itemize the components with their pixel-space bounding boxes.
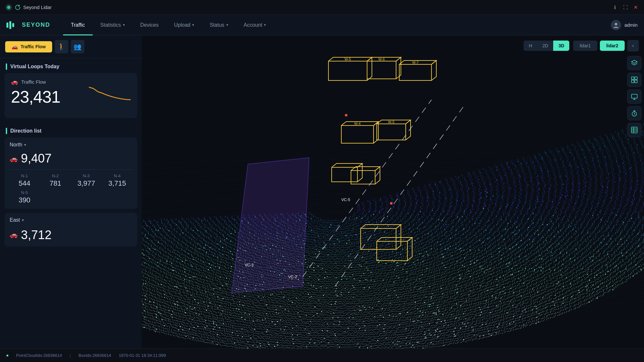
nav-item-status[interactable]: Status ▾ [202, 15, 236, 35]
car-icon: 🚗 [12, 44, 18, 50]
nav-item-statistics[interactable]: Statistics ▾ [93, 15, 133, 35]
close-button[interactable]: ✕ [632, 4, 639, 11]
layers-icon [631, 60, 638, 67]
app-logo-icon [5, 4, 12, 11]
lane-n2: N-2 781 [41, 173, 70, 188]
north-total: 9,407 [21, 152, 52, 165]
view-mode-toggle: H 2D 3D [524, 41, 569, 51]
nav-items: Traffic Statistics ▾ Devices Upload ▾ St… [63, 15, 611, 35]
svg-rect-2 [6, 23, 8, 28]
navbar: SEYOND Traffic Statistics ▾ Devices Uplo… [0, 15, 644, 35]
group-icon: 👥 [73, 43, 81, 51]
north-car-icon: 🚗 [10, 155, 18, 162]
right-iconbar [625, 53, 644, 140]
lidar2-button[interactable]: lidar2 [600, 41, 625, 51]
traffic-flow-card: 🚗 Traffic Flow 23,431 [5, 73, 137, 118]
east-count-row: 🚗 3,712 [10, 227, 132, 242]
lidar1-button[interactable]: lidar1 [573, 41, 597, 51]
svg-rect-8 [631, 80, 634, 83]
north-label: North [10, 142, 22, 148]
direction-list-header: Direction list [0, 123, 142, 137]
view-2d-button[interactable]: 2D [537, 41, 554, 51]
screen-button[interactable] [627, 89, 641, 104]
svg-point-5 [615, 23, 617, 25]
east-label: East [10, 217, 20, 223]
viewport: H 2D 3D lidar1 lidar2 ‹ [142, 35, 644, 348]
north-direction-card: North ▾ 🚗 9,407 N-1 544 N-2 781 N-3 [5, 137, 137, 209]
nav-item-account[interactable]: Account ▾ [236, 15, 274, 35]
status-dot [6, 355, 8, 357]
user-avatar [611, 20, 621, 30]
logo-text: SEYOND [22, 22, 50, 28]
svg-rect-7 [635, 77, 637, 79]
seyond-logo-icon [6, 21, 19, 29]
lidar-canvas [142, 35, 644, 348]
nav-item-traffic[interactable]: Traffic [63, 15, 93, 35]
east-car-icon: 🚗 [10, 231, 18, 238]
svg-point-1 [7, 6, 10, 9]
collapse-button[interactable]: ‹ [627, 40, 639, 51]
traffic-flow-sparkline [89, 83, 131, 105]
lane-n3: N-3 3,977 [71, 173, 101, 188]
east-total: 3,712 [21, 228, 52, 242]
table-button[interactable] [627, 123, 641, 137]
sidebar-toolbar: 🚗 Traffic Flow 🚶 👥 [0, 35, 142, 58]
point-cloud-idx: PointCloudIdx:26836614 [16, 353, 62, 358]
svg-rect-4 [12, 23, 14, 27]
view-3d-button[interactable]: 3D [553, 41, 569, 51]
maximize-button[interactable]: ⛶ [622, 4, 629, 11]
panels-button[interactable] [627, 73, 641, 87]
box-idx: BoxIdx:26836614 [79, 353, 111, 358]
separator: | [70, 353, 71, 358]
user-name: admin [624, 22, 638, 28]
east-chevron: ▾ [22, 218, 24, 222]
north-lanes-grid: N-1 544 N-2 781 N-3 3,977 N-4 3,715 [10, 173, 132, 188]
nav-logo[interactable]: SEYOND [6, 21, 50, 29]
collapse-icon: ‹ [632, 43, 634, 49]
statusbar: PointCloudIdx:26836614 | BoxIdx:26836614… [0, 348, 644, 362]
east-direction-card: East ▾ 🚗 3,712 [5, 213, 137, 246]
info-button[interactable]: ℹ [612, 4, 618, 11]
window-controls: ℹ ⛶ ✕ [612, 4, 639, 11]
refresh-icon[interactable] [15, 5, 21, 10]
nav-item-devices[interactable]: Devices [133, 15, 166, 35]
layers-button[interactable] [627, 56, 641, 70]
lane-n5-row: N-5 390 [10, 190, 132, 204]
svg-rect-12 [631, 127, 637, 133]
lane-n4: N-4 3,715 [102, 173, 132, 188]
card-title: Traffic Flow [21, 79, 46, 85]
upload-chevron: ▾ [192, 23, 194, 27]
lidar-source-toggle: lidar1 lidar2 [573, 41, 625, 51]
pedestrian-button[interactable]: 🚶 [55, 40, 68, 53]
view-h-button[interactable]: H [524, 41, 537, 51]
timer-button[interactable] [627, 106, 641, 120]
account-chevron: ▾ [264, 23, 266, 27]
nav-user: admin [611, 20, 638, 30]
lane-n1: N-1 544 [10, 173, 39, 188]
north-chevron: ▾ [24, 143, 26, 147]
timestamp: 1970-01-31 18:34:11:999 [119, 353, 166, 358]
svg-rect-10 [631, 94, 637, 98]
status-chevron: ▾ [226, 23, 228, 27]
sidebar: 🚗 Traffic Flow 🚶 👥 Virtual Loops Today 🚗… [0, 35, 142, 348]
nav-item-upload[interactable]: Upload ▾ [166, 15, 202, 35]
app-title: Seyond Lidar [23, 5, 612, 10]
group-button[interactable]: 👥 [71, 40, 84, 53]
main-content: 🚗 Traffic Flow 🚶 👥 Virtual Loops Today 🚗… [0, 35, 644, 348]
table-icon [631, 126, 638, 134]
statistics-chevron: ▾ [123, 23, 125, 27]
svg-rect-6 [631, 77, 634, 79]
viewport-controls: H 2D 3D lidar1 lidar2 ‹ [518, 35, 644, 56]
lane-n5: N-5 390 [10, 190, 39, 204]
pedestrian-icon: 🚶 [57, 43, 65, 51]
svg-rect-9 [635, 80, 637, 83]
north-direction-header[interactable]: North ▾ [10, 142, 132, 148]
east-direction-header[interactable]: East ▾ [10, 217, 132, 223]
panels-icon [631, 76, 638, 83]
north-count-row: 🚗 9,407 [10, 152, 132, 170]
title-bar: Seyond Lidar ℹ ⛶ ✕ [0, 0, 644, 15]
svg-rect-3 [9, 21, 11, 29]
card-car-icon: 🚗 [11, 78, 18, 85]
timer-icon [631, 110, 638, 117]
traffic-flow-button[interactable]: 🚗 Traffic Flow [5, 41, 52, 52]
